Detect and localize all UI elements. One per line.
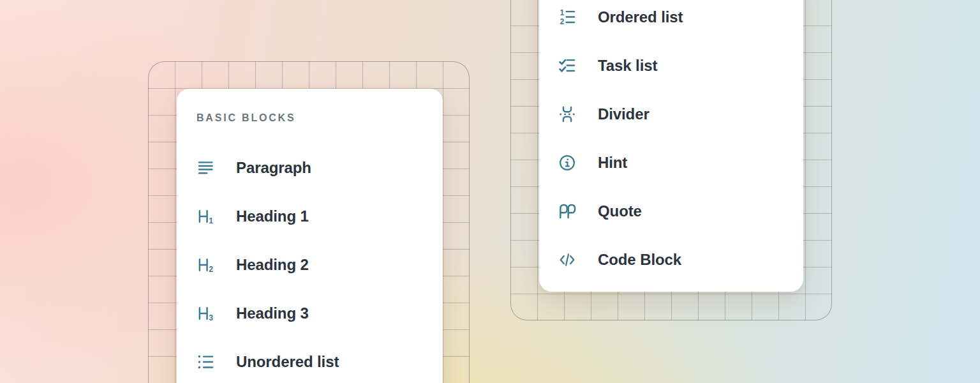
svg-text:3: 3 [209,313,213,322]
blocks-item-list: 1 2 Ordered list Task list [558,0,803,284]
menu-item-code-block[interactable]: Code Block [558,236,803,284]
divider-icon [558,105,576,123]
basic-blocks-menu-card: BASIC BLOCKS Paragraph 1 Heading 1 [177,89,443,383]
menu-item-label: Heading 3 [236,304,309,322]
basic-blocks-item-list: Paragraph 1 Heading 1 2 [197,144,443,383]
menu-item-label: Unordered list [236,353,339,371]
menu-item-label: Heading 2 [236,256,309,274]
task-list-icon [558,57,576,75]
menu-item-label: Heading 1 [236,207,309,225]
paragraph-icon [197,159,214,177]
hint-icon [558,154,576,172]
unordered-list-icon [197,353,214,371]
block-picker-illustration: BASIC BLOCKS Paragraph 1 Heading 1 [0,0,980,383]
blocks-menu-card-right: 1 2 Ordered list Task list [539,0,803,292]
code-block-icon [558,251,576,269]
menu-item-label: Divider [598,105,650,123]
menu-item-heading-3[interactable]: 3 Heading 3 [197,289,443,338]
menu-item-paragraph[interactable]: Paragraph [197,144,443,192]
menu-item-label: Ordered list [598,8,683,26]
quote-icon [558,202,576,220]
menu-item-heading-2[interactable]: 2 Heading 2 [197,241,443,289]
menu-item-task-list[interactable]: Task list [558,41,803,90]
menu-item-unordered-list[interactable]: Unordered list [197,338,443,383]
svg-text:2: 2 [560,17,565,26]
menu-item-ordered-list[interactable]: 1 2 Ordered list [558,0,803,41]
svg-text:1: 1 [209,216,213,225]
menu-item-label: Task list [598,57,657,75]
menu-item-label: Quote [598,202,642,220]
heading-1-icon: 1 [197,207,214,225]
ordered-list-icon: 1 2 [558,8,576,26]
menu-item-label: Hint [598,154,627,172]
basic-blocks-section-label: BASIC BLOCKS [197,112,443,124]
menu-item-quote[interactable]: Quote [558,187,803,236]
menu-item-hint[interactable]: Hint [558,139,803,187]
menu-item-heading-1[interactable]: 1 Heading 1 [197,192,443,241]
heading-3-icon: 3 [197,304,214,322]
menu-item-divider[interactable]: Divider [558,90,803,139]
menu-item-label: Code Block [598,251,681,269]
menu-item-label: Paragraph [236,159,311,177]
svg-text:1: 1 [560,8,565,17]
svg-text:2: 2 [209,265,213,274]
heading-2-icon: 2 [197,256,214,274]
